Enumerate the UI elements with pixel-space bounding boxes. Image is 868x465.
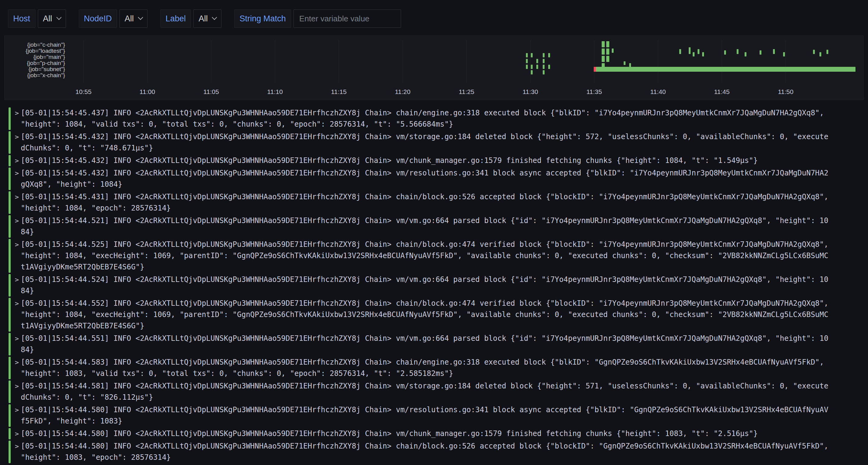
volume-tick (602, 48, 605, 55)
angle-right-icon[interactable]: > (13, 380, 21, 403)
log-row[interactable]: >[05-01|15:54:45.431] INFO <2AcRkXTLLtQj… (8, 191, 864, 214)
log-line-text: [05-01|15:54:44.551] INFO <2AcRkXTLLtQjv… (21, 333, 829, 356)
chevron-down-icon (212, 15, 217, 20)
series-label[interactable]: {job="main"} (5, 54, 65, 60)
angle-right-icon[interactable]: > (13, 357, 21, 379)
angle-right-icon[interactable]: > (13, 298, 21, 332)
var-string-match-label: String Match (234, 9, 291, 28)
log-row[interactable]: >[05-01|15:54:44.581] INFO <2AcRkXTLLtQj… (8, 380, 864, 403)
chevron-down-icon (56, 15, 61, 20)
log-line-text: [05-01|15:54:45.431] INFO <2AcRkXTLLtQjv… (21, 191, 829, 214)
log-level-bar (8, 167, 11, 190)
log-row[interactable]: >[05-01|15:54:44.580] INFO <2AcRkXTLLtQj… (8, 441, 864, 463)
log-level-bar (8, 428, 11, 439)
time-tick-label: 11:35 (586, 88, 602, 96)
log-row[interactable]: >[05-01|15:54:44.551] INFO <2AcRkXTLLtQj… (8, 333, 864, 356)
log-row[interactable]: >[05-01|15:54:44.580] INFO <2AcRkXTLLtQj… (8, 428, 864, 439)
log-row[interactable]: >[05-01|15:54:44.525] INFO <2AcRkXTLLtQj… (8, 239, 864, 273)
log-row[interactable]: >[05-01|15:54:45.432] INFO <2AcRkXTLLtQj… (8, 155, 864, 166)
volume-tick (783, 52, 785, 57)
time-tick-label: 11:25 (459, 88, 474, 96)
volume-tick (629, 63, 631, 67)
angle-right-icon[interactable]: > (13, 441, 21, 463)
angle-right-icon[interactable]: > (13, 191, 21, 214)
var-nodeid-value: All (125, 14, 134, 24)
volume-tick (813, 50, 815, 54)
volume-band (594, 67, 856, 72)
time-tick-label: 11:15 (331, 88, 347, 96)
var-string-match: String Match (234, 9, 401, 28)
log-level-bar (8, 191, 11, 214)
angle-right-icon[interactable]: > (13, 239, 21, 273)
log-level-bar (8, 239, 11, 273)
var-host-label: Host (8, 9, 35, 28)
series-label[interactable]: {job="loadtest"} (5, 48, 65, 54)
angle-right-icon[interactable]: > (13, 274, 21, 297)
var-host-value: All (43, 14, 52, 24)
volume-tick (693, 52, 694, 57)
volume-tick (698, 49, 700, 54)
log-level-bar (8, 441, 11, 463)
log-line-text: [05-01|15:54:45.432] INFO <2AcRkXTLLtQjv… (21, 155, 829, 166)
angle-right-icon[interactable]: > (13, 107, 21, 130)
volume-tick (612, 48, 614, 53)
angle-right-icon[interactable]: > (13, 167, 21, 190)
angle-right-icon[interactable]: > (13, 333, 21, 356)
gridline (83, 40, 84, 83)
log-level-bar (8, 333, 11, 356)
volume-tick (543, 59, 545, 63)
gridline (722, 40, 722, 83)
log-level-bar (8, 274, 11, 297)
volume-tick (689, 47, 690, 54)
volume-tick (526, 59, 528, 63)
angle-right-icon[interactable]: > (13, 215, 21, 238)
log-row[interactable]: >[05-01|15:54:45.432] INFO <2AcRkXTLLtQj… (8, 167, 864, 190)
log-volume-chart[interactable]: 10:5511:0011:0511:1011:1511:2011:2511:30… (69, 40, 856, 83)
log-row[interactable]: >[05-01|15:54:44.580] INFO <2AcRkXTLLtQj… (8, 404, 864, 427)
chevron-down-icon (138, 15, 143, 20)
string-match-input[interactable] (293, 9, 401, 28)
volume-tick (526, 53, 528, 57)
gridline (785, 40, 786, 83)
var-label-value: All (198, 14, 208, 24)
log-line-text: [05-01|15:54:44.583] INFO <2AcRkXTLLtQjv… (21, 357, 829, 379)
angle-right-icon[interactable]: > (13, 131, 21, 154)
volume-tick (543, 70, 545, 74)
time-tick-label: 11:00 (140, 88, 155, 96)
log-row[interactable]: >[05-01|15:54:45.437] INFO <2AcRkXTLLtQj… (8, 107, 864, 130)
var-label-select[interactable]: All (193, 9, 221, 28)
var-host-select[interactable]: All (38, 9, 66, 28)
angle-right-icon[interactable]: > (13, 155, 21, 166)
series-label[interactable]: {job="p-chain"} (5, 60, 65, 66)
gridline (147, 40, 148, 83)
log-line-text: [05-01|15:54:44.580] INFO <2AcRkXTLLtQjv… (21, 404, 829, 427)
var-label: Label All (160, 9, 221, 28)
log-row[interactable]: >[05-01|15:54:44.552] INFO <2AcRkXTLLtQj… (8, 298, 864, 332)
log-line-text: [05-01|15:54:44.580] INFO <2AcRkXTLLtQjv… (21, 428, 829, 439)
log-line-text: [05-01|15:54:44.521] INFO <2AcRkXTLLtQjv… (21, 215, 829, 238)
volume-tick (602, 41, 605, 47)
series-label[interactable]: {job="x-chain"} (5, 72, 65, 78)
log-row[interactable]: >[05-01|15:54:45.432] INFO <2AcRkXTLLtQj… (8, 131, 864, 154)
gridline (275, 40, 275, 83)
volume-tick (526, 65, 528, 69)
var-nodeid-select[interactable]: All (119, 9, 148, 28)
log-row[interactable]: >[05-01|15:54:44.521] INFO <2AcRkXTLLtQj… (8, 215, 864, 238)
angle-right-icon[interactable]: > (13, 428, 21, 439)
series-label[interactable]: {job="subnet"} (5, 66, 65, 72)
log-line-text: [05-01|15:54:45.432] INFO <2AcRkXTLLtQjv… (21, 167, 829, 190)
volume-tick (624, 61, 625, 65)
log-level-bar (8, 215, 11, 238)
log-row[interactable]: >[05-01|15:54:44.524] INFO <2AcRkXTLLtQj… (8, 274, 864, 297)
time-tick-label: 11:30 (523, 88, 538, 96)
gridline (594, 40, 594, 83)
volume-tick (548, 65, 550, 69)
volume-tick (745, 52, 746, 57)
time-tick-label: 11:40 (650, 88, 666, 96)
angle-right-icon[interactable]: > (13, 404, 21, 427)
series-label[interactable]: {job="c-chain"} (5, 42, 65, 48)
log-row[interactable]: >[05-01|15:54:44.583] INFO <2AcRkXTLLtQj… (8, 357, 864, 379)
volume-tick (737, 49, 739, 54)
volume-tick (543, 65, 545, 69)
volume-tick (827, 50, 828, 54)
